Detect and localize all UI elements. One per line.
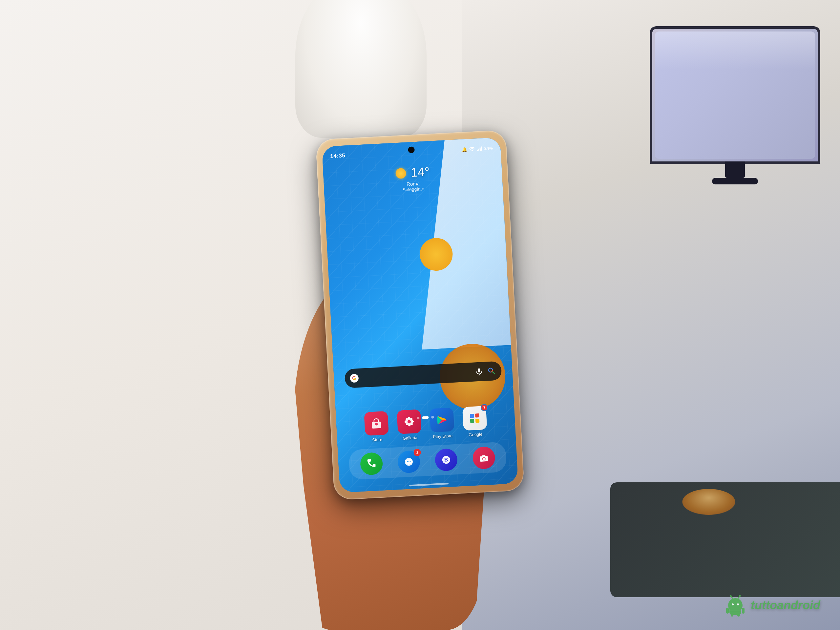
app-google[interactable]: 7 Google — [461, 406, 489, 438]
weather-sun-icon — [395, 168, 407, 179]
weather-widget[interactable]: 14° Roma Soleggiato — [395, 165, 431, 193]
svg-rect-3 — [480, 148, 481, 151]
volume-icon: 🔔 — [462, 147, 467, 152]
svg-text:B: B — [444, 457, 448, 463]
gallery-label: Galleria — [403, 435, 418, 441]
search-lens-button[interactable] — [487, 366, 496, 376]
dock-camera[interactable] — [472, 446, 496, 469]
dot-3 — [431, 416, 434, 418]
svg-point-36 — [732, 603, 734, 605]
android-logo-icon — [724, 594, 747, 617]
messages-icon: 2 — [397, 450, 421, 474]
gallery-icon — [397, 409, 422, 434]
svg-rect-43 — [726, 608, 729, 614]
playstore-label: Play Store — [433, 433, 453, 439]
svg-rect-46 — [737, 614, 740, 617]
svg-line-10 — [493, 372, 495, 374]
monitor-decoration — [650, 26, 820, 164]
battery-text: 24% — [484, 145, 493, 151]
status-icons: 🔔 — [462, 145, 493, 152]
dock-phone[interactable] — [360, 452, 383, 475]
monitor-stand — [725, 161, 745, 178]
dot-2 — [422, 416, 428, 419]
svg-point-41 — [739, 595, 741, 597]
monitor-base — [712, 178, 758, 185]
phone-screen: 14:35 🔔 — [322, 137, 518, 493]
status-time: 14:35 — [330, 152, 346, 159]
camera-icon — [472, 446, 496, 469]
monitor-screen — [655, 32, 815, 159]
wifi-icon — [469, 147, 475, 152]
app-gallery[interactable]: Galleria — [395, 409, 423, 441]
dock-messages[interactable]: 2 — [397, 450, 421, 474]
svg-rect-26 — [475, 419, 480, 423]
svg-point-40 — [730, 595, 732, 597]
watermark-text: tuttoandroid — [751, 598, 820, 612]
svg-rect-1 — [477, 150, 478, 151]
messages-badge: 2 — [414, 448, 421, 456]
weather-temp: 14° — [410, 165, 430, 180]
app-grid: Store — [363, 406, 489, 443]
store-icon — [364, 411, 389, 436]
app-store[interactable]: Store — [363, 411, 390, 443]
phone-body: 14:35 🔔 — [316, 130, 525, 501]
svg-rect-45 — [731, 614, 733, 617]
svg-rect-25 — [470, 419, 474, 423]
app-playstore[interactable]: Play Store — [428, 407, 456, 439]
lamp-decoration — [295, 0, 426, 138]
phone-icon — [360, 452, 383, 475]
svg-rect-44 — [742, 608, 745, 614]
dock-bixby[interactable]: B — [435, 448, 458, 472]
svg-rect-23 — [470, 414, 474, 418]
store-label: Store — [372, 437, 382, 443]
playstore-icon — [429, 407, 455, 433]
svg-point-0 — [472, 150, 473, 151]
google-label: Google — [469, 432, 483, 437]
google-icon: 7 — [462, 406, 487, 431]
svg-rect-24 — [475, 414, 479, 418]
watermark: tuttoandroid — [724, 594, 820, 617]
phone-device: 14:35 🔔 — [316, 130, 525, 501]
svg-rect-4 — [481, 146, 482, 151]
search-mic-button[interactable] — [474, 367, 484, 376]
svg-rect-42 — [729, 608, 741, 615]
svg-rect-2 — [478, 148, 479, 151]
svg-rect-5 — [478, 368, 480, 373]
dot-1 — [417, 416, 419, 419]
google-badge: 7 — [480, 404, 488, 412]
svg-point-37 — [737, 603, 739, 605]
signal-icon — [477, 146, 482, 151]
google-g-logo: G — [350, 374, 358, 382]
bixby-icon: B — [435, 448, 458, 472]
